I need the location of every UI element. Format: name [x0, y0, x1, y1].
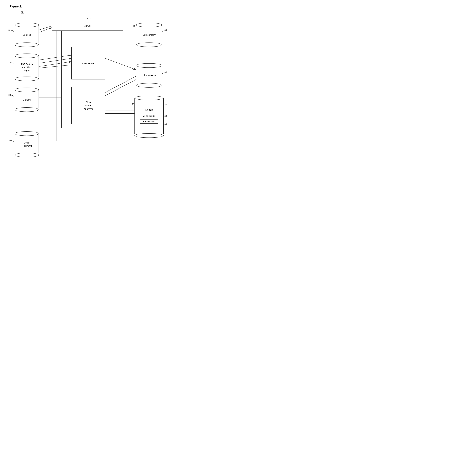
- demography-bottom-ellipse: [136, 43, 162, 47]
- ref-34: 34: [8, 139, 11, 142]
- asp-scripts-bottom-ellipse: [14, 76, 39, 81]
- order-bottom-ellipse: [14, 153, 39, 157]
- order-label: OrderFulfillment: [22, 141, 32, 147]
- models-title: Models: [145, 108, 153, 112]
- click-streams-cylinder: Click Streams: [136, 63, 162, 88]
- cookies-body: Cookies: [14, 25, 39, 43]
- svg-line-6: [39, 28, 52, 32]
- models-bottom-ellipse: [134, 133, 164, 138]
- cookies-bottom-ellipse: [14, 43, 39, 47]
- server-box: Server: [52, 21, 123, 31]
- cookies-label: Cookies: [23, 33, 31, 37]
- svg-line-13: [105, 58, 136, 70]
- ref-31: 31: [8, 29, 11, 31]
- svg-line-9: [39, 55, 71, 60]
- models-body: Models Demographic Presentation: [134, 98, 164, 134]
- asp-scripts-label: ASP Scriptsand WebPages: [21, 63, 33, 72]
- svg-line-11: [39, 62, 71, 66]
- svg-line-22: [105, 79, 136, 96]
- click-streams-body: Click Streams: [136, 66, 162, 83]
- catalog-body: Catalog: [14, 90, 39, 108]
- asp-server-label: ASP Server: [82, 62, 95, 65]
- demographic-label: Demographic: [143, 115, 155, 117]
- click-stream-analyzer-label: ClickStreamAnalyzer: [84, 100, 93, 111]
- click-stream-analyzer-box: ClickStreamAnalyzer: [71, 87, 105, 124]
- ref-37: 37: [165, 103, 167, 106]
- svg-line-21: [105, 76, 136, 92]
- demography-cylinder: Demography: [136, 23, 162, 47]
- cookies-top-ellipse: [14, 23, 39, 27]
- ref-35: 35: [165, 29, 167, 31]
- order-body: OrderFulfillment: [14, 134, 39, 153]
- order-fulfillment-cylinder: OrderFulfillment: [14, 131, 39, 157]
- catalog-top-ellipse: [14, 88, 39, 92]
- ref-36: 36: [165, 71, 167, 73]
- ref-11: 11: [89, 16, 91, 19]
- ref-38: 38: [165, 115, 167, 117]
- presentation-label: Presentation: [143, 120, 155, 123]
- click-streams-top-ellipse: [136, 63, 162, 68]
- demography-top-ellipse: [136, 23, 162, 27]
- diagram-page: Figure 2. 30: [0, 0, 178, 178]
- cookies-cylinder: Cookies: [14, 23, 39, 47]
- asp-scripts-cylinder: ASP Scriptsand WebPages: [14, 54, 39, 81]
- order-top-ellipse: [14, 131, 39, 136]
- svg-line-10: [39, 58, 71, 63]
- svg-line-5: [39, 26, 52, 30]
- catalog-bottom-ellipse: [14, 107, 39, 112]
- asp-scripts-body: ASP Scriptsand WebPages: [14, 56, 39, 77]
- svg-line-12: [39, 65, 71, 68]
- presentation-inner-box: Presentation: [140, 119, 158, 124]
- models-top-ellipse: [134, 96, 164, 100]
- demography-body: Demography: [136, 25, 162, 43]
- catalog-label: Catalog: [23, 98, 31, 102]
- click-streams-bottom-ellipse: [136, 83, 162, 88]
- catalog-cylinder: Catalog: [14, 88, 39, 112]
- asp-scripts-top-ellipse: [14, 54, 39, 58]
- server-label: Server: [84, 24, 91, 28]
- models-cylinder: Models Demographic Presentation: [134, 96, 164, 138]
- demographic-inner-box: Demographic: [140, 114, 158, 118]
- ref-33: 33: [8, 94, 11, 96]
- ref-39: 39: [165, 123, 167, 125]
- click-streams-label: Click Streams: [142, 74, 156, 77]
- figure-number: 30: [21, 11, 24, 14]
- asp-server-box: ASP Server: [71, 47, 105, 79]
- demography-label: Demography: [142, 33, 155, 37]
- ref-32: 32: [8, 61, 11, 64]
- figure-label: Figure 2.: [10, 5, 22, 8]
